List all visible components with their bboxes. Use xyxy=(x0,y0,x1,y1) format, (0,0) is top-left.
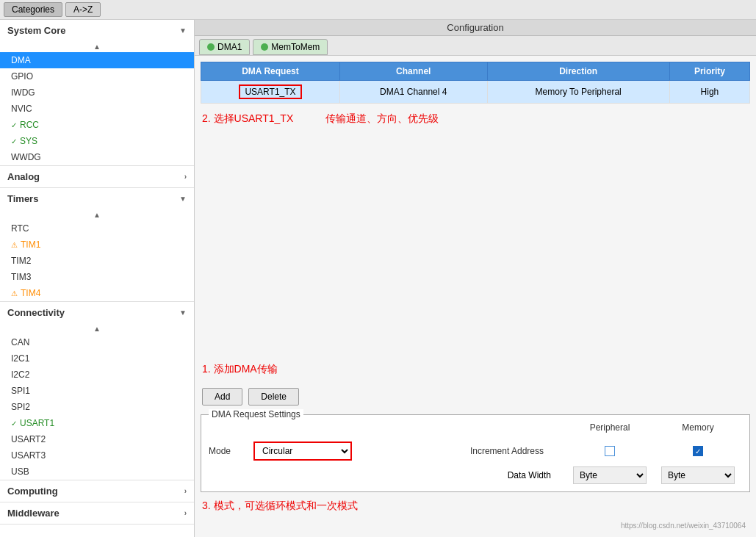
spi1-label: SPI1 xyxy=(11,386,30,396)
sidebar-section-middleware: Middleware › xyxy=(0,502,194,525)
annotation-channel-info: 传输通道、方向、优先级 xyxy=(324,109,440,129)
peripheral-width-select[interactable]: Byte Half Word Word xyxy=(573,466,647,484)
sidebar-item-rtc[interactable]: RTC xyxy=(0,220,194,237)
sidebar-item-rcc[interactable]: ✓ RCC xyxy=(0,117,194,133)
right-panel: Configuration DMA1 MemToMem DMA Request … xyxy=(195,20,756,537)
sidebar-section-computing: Computing › xyxy=(0,480,194,502)
sidebar-item-can[interactable]: CAN xyxy=(0,334,194,350)
config-title: Configuration xyxy=(195,20,756,36)
sidebar-item-usb[interactable]: USB xyxy=(0,464,194,480)
peripheral-checkbox-cell xyxy=(566,446,654,456)
sidebar-item-spi1[interactable]: SPI1 xyxy=(0,383,194,399)
i2c2-label: I2C2 xyxy=(11,370,29,380)
analog-label: Analog xyxy=(7,171,40,182)
memory-increment-checkbox[interactable]: ✓ xyxy=(693,446,703,456)
delete-button[interactable]: Delete xyxy=(248,388,299,406)
computing-arrow: › xyxy=(184,487,187,495)
sidebar-item-gpio[interactable]: GPIO xyxy=(0,68,194,84)
sidebar-item-tim2[interactable]: TIM2 xyxy=(0,253,194,269)
iwdg-label: IWDG xyxy=(11,87,35,98)
mode-select[interactable]: Normal Circular xyxy=(255,443,350,459)
wwdg-label: WWDG xyxy=(11,152,41,162)
sidebar: System Core ▼ ▲ DMA GPIO IWDG NVIC ✓ RCC… xyxy=(0,20,195,537)
memory-width-select[interactable]: Byte Half Word Word xyxy=(661,466,735,484)
data-width-label: Data Width xyxy=(209,470,551,480)
sidebar-section-connectivity: Connectivity ▼ ▲ CAN I2C1 I2C2 SPI1 SPI2… xyxy=(0,302,194,480)
memtomem-tab-label: MemToMem xyxy=(271,42,320,52)
mode-label: Mode xyxy=(209,446,249,456)
tabs-bar: DMA1 MemToMem xyxy=(195,36,756,56)
mode-select-wrapper: Normal Circular xyxy=(253,442,352,461)
inc-address-label: Increment Address xyxy=(470,446,544,456)
tab-dma1[interactable]: DMA1 xyxy=(199,39,250,55)
data-width-row: Data Width Byte Half Word Word Byte xyxy=(209,466,742,484)
dma1-dot xyxy=(207,43,215,51)
categories-button[interactable]: Categories xyxy=(4,2,62,17)
tim1-label: TIM1 xyxy=(21,239,40,250)
system-core-header[interactable]: System Core ▼ xyxy=(0,20,194,41)
sidebar-item-wwdg[interactable]: WWDG xyxy=(0,149,194,165)
dma-request-value: USART1_TX xyxy=(239,84,301,99)
spi2-label: SPI2 xyxy=(11,402,30,412)
sidebar-item-usart3[interactable]: USART3 xyxy=(0,447,194,464)
connectivity-arrow: ▼ xyxy=(179,309,187,317)
timers-header[interactable]: Timers ▼ xyxy=(0,188,194,209)
sidebar-section-analog: Analog › xyxy=(0,166,194,188)
analog-header[interactable]: Analog › xyxy=(0,166,194,187)
settings-grid: Peripheral Memory Mode Normal Circular xyxy=(209,422,742,484)
sidebar-section-system-core: System Core ▼ ▲ DMA GPIO IWDG NVIC ✓ RCC… xyxy=(0,20,194,166)
memory-checkbox-cell: ✓ xyxy=(654,446,742,456)
table-row[interactable]: USART1_TX DMA1 Channel 4 Memory To Perip… xyxy=(201,81,750,104)
peripheral-increment-checkbox[interactable] xyxy=(605,446,615,456)
middleware-label: Middleware xyxy=(7,508,60,519)
inc-address-section: Increment Address ✓ xyxy=(352,446,742,456)
dma-settings-legend: DMA Request Settings xyxy=(209,409,303,419)
sidebar-item-dma[interactable]: DMA xyxy=(0,52,194,68)
system-core-label: System Core xyxy=(7,25,65,36)
memtomem-dot xyxy=(261,43,268,51)
annotation-add-dma: 1. 添加DMA传输 xyxy=(201,360,750,379)
tim2-label: TIM2 xyxy=(11,256,31,266)
dma-table: DMA Request Channel Direction Priority U… xyxy=(201,62,750,104)
rtc-label: RTC xyxy=(11,223,29,234)
memory-width-cell: Byte Half Word Word xyxy=(654,466,742,484)
atoz-button[interactable]: A->Z xyxy=(65,2,101,17)
sidebar-item-nvic[interactable]: NVIC xyxy=(0,101,194,117)
bottom-annotation: 3. 模式，可选循环模式和一次模式 xyxy=(201,498,750,514)
middleware-arrow: › xyxy=(184,509,187,517)
mode-section: Mode Normal Circular xyxy=(209,442,352,461)
sidebar-item-spi2[interactable]: SPI2 xyxy=(0,399,194,415)
sidebar-item-usart1[interactable]: ✓ USART1 xyxy=(0,415,194,431)
sidebar-item-iwdg[interactable]: IWDG xyxy=(0,84,194,101)
td-channel: DMA1 Channel 4 xyxy=(339,81,487,104)
connectivity-scroll-up: ▲ xyxy=(0,323,194,334)
content-area: DMA Request Channel Direction Priority U… xyxy=(195,56,756,537)
tab-memtomem[interactable]: MemToMem xyxy=(253,39,328,55)
usb-label: USB xyxy=(11,466,29,477)
th-direction: Direction xyxy=(487,62,669,81)
connectivity-header[interactable]: Connectivity ▼ xyxy=(0,302,194,323)
th-dma-request: DMA Request xyxy=(201,62,340,81)
gpio-label: GPIO xyxy=(11,71,33,82)
td-request: USART1_TX xyxy=(201,81,340,104)
sidebar-item-i2c2[interactable]: I2C2 xyxy=(0,367,194,383)
main-layout: System Core ▼ ▲ DMA GPIO IWDG NVIC ✓ RCC… xyxy=(0,20,756,537)
computing-header[interactable]: Computing › xyxy=(0,480,194,502)
sidebar-item-usart2[interactable]: USART2 xyxy=(0,431,194,447)
i2c1-label: I2C1 xyxy=(11,353,29,364)
add-button[interactable]: Add xyxy=(202,388,242,406)
annotation-row: 2. 选择USART1_TX 传输通道、方向、优先级 xyxy=(201,109,750,129)
sidebar-item-tim4[interactable]: ⚠ TIM4 xyxy=(0,285,194,301)
middleware-header[interactable]: Middleware › xyxy=(0,502,194,524)
usart1-label: USART1 xyxy=(20,418,54,428)
tim3-label: TIM3 xyxy=(11,272,31,282)
watermark: https://blog.csdn.net/weixin_43710064 xyxy=(201,520,750,531)
sidebar-item-tim3[interactable]: TIM3 xyxy=(0,269,194,285)
sidebar-item-tim1[interactable]: ⚠ TIM1 xyxy=(0,237,194,253)
sidebar-section-timers: Timers ▼ ▲ RTC ⚠ TIM1 TIM2 TIM3 ⚠ TIM4 xyxy=(0,188,194,302)
sidebar-item-sys[interactable]: ✓ SYS xyxy=(0,133,194,149)
td-priority: High xyxy=(669,81,749,104)
sidebar-item-i2c1[interactable]: I2C1 xyxy=(0,350,194,367)
settings-header-row: Peripheral Memory xyxy=(209,422,742,433)
system-core-arrow: ▼ xyxy=(179,26,187,35)
